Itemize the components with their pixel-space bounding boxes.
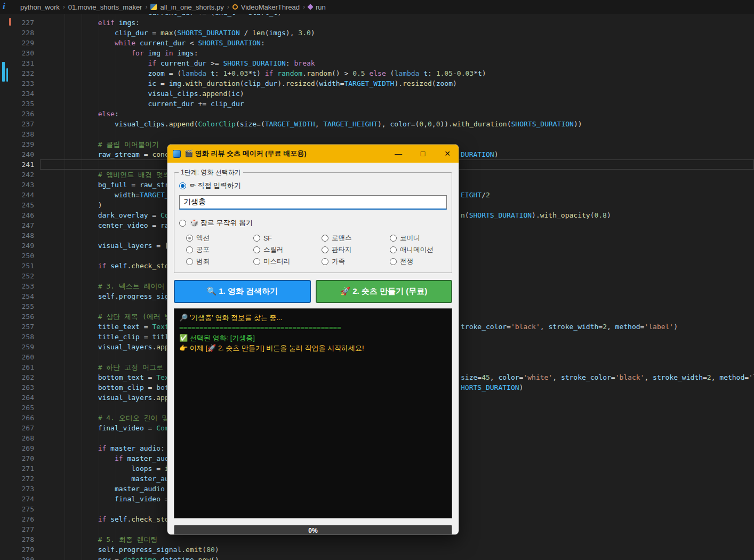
- genre-option-radio[interactable]: 공포: [186, 246, 253, 254]
- line-number[interactable]: 264: [0, 393, 34, 403]
- random-genre-radio[interactable]: 🎲 장르 무작위 뽑기: [179, 218, 447, 228]
- code-line[interactable]: 278 # 5. 최종 렌더링: [0, 534, 754, 545]
- line-number[interactable]: 259: [0, 342, 34, 352]
- line-number[interactable]: 280: [0, 555, 34, 560]
- line-number[interactable]: 276: [0, 514, 34, 524]
- line-number[interactable]: 268: [0, 433, 34, 443]
- line-number[interactable]: 258: [0, 332, 34, 342]
- maximize-button[interactable]: □: [417, 149, 429, 158]
- line-number[interactable]: 261: [0, 362, 34, 372]
- line-number[interactable]: 227: [0, 18, 34, 28]
- line-number[interactable]: 243: [0, 180, 34, 190]
- line-number[interactable]: 271: [0, 463, 34, 474]
- line-number[interactable]: 238: [0, 129, 34, 139]
- breadcrumb-item[interactable]: run: [316, 3, 326, 11]
- line-number[interactable]: 251: [0, 261, 34, 271]
- line-number[interactable]: 260: [0, 352, 34, 362]
- genre-option-radio[interactable]: SF: [253, 234, 322, 242]
- line-number[interactable]: 237: [0, 119, 34, 129]
- code-text: current_dur += clip_dur: [65, 100, 244, 108]
- code-line[interactable]: 279 self.progress_signal.emit(80): [0, 545, 754, 555]
- line-number[interactable]: 244: [0, 190, 34, 200]
- genre-option-radio[interactable]: 미스터리: [253, 258, 322, 266]
- line-number[interactable]: 270: [0, 453, 34, 463]
- make-shorts-button[interactable]: 🚀 2. 숏츠 만들기 (무료): [316, 280, 453, 303]
- line-number[interactable]: 228: [0, 28, 34, 38]
- genre-option-radio[interactable]: 액션: [186, 234, 253, 242]
- genre-option-radio[interactable]: 코미디: [390, 234, 447, 242]
- genre-option-radio[interactable]: 스릴러: [253, 246, 322, 254]
- line-number[interactable]: 235: [0, 99, 34, 109]
- code-line[interactable]: 233 ic = img.with_duration(clip_dur).res…: [0, 78, 754, 89]
- line-number[interactable]: 231: [0, 58, 34, 68]
- log-output[interactable]: 🔎 '기생충' 영화 정보를 찾는 중...==================…: [174, 308, 452, 518]
- line-number[interactable]: 239: [0, 139, 34, 149]
- line-number[interactable]: 278: [0, 534, 34, 545]
- breadcrumb-item[interactable]: VideoMakerThread: [241, 3, 300, 11]
- genre-option-radio[interactable]: 가족: [322, 258, 390, 266]
- code-line[interactable]: 236 else:: [0, 109, 754, 119]
- line-number[interactable]: 230: [0, 48, 34, 58]
- line-number[interactable]: 265: [0, 403, 34, 413]
- line-number[interactable]: 255: [0, 301, 34, 311]
- line-number[interactable]: 250: [0, 251, 34, 261]
- radio-icon: [253, 246, 260, 253]
- breadcrumb-item[interactable]: all_in_one_shorts.py: [160, 3, 223, 11]
- line-number[interactable]: 274: [0, 494, 34, 504]
- code-line[interactable]: 280 now = datetime.datetime.now(): [0, 555, 754, 560]
- line-number[interactable]: 229: [0, 38, 34, 48]
- breadcrumb-separator: ›: [227, 3, 229, 11]
- line-number[interactable]: 267: [0, 423, 34, 433]
- line-number[interactable]: 236: [0, 109, 34, 119]
- line-number[interactable]: 234: [0, 89, 34, 99]
- line-number[interactable]: 248: [0, 230, 34, 241]
- line-number[interactable]: 263: [0, 382, 34, 393]
- code-line[interactable]: 227 elif imgs:: [0, 18, 754, 28]
- line-number[interactable]: 240: [0, 149, 34, 159]
- code-line[interactable]: 232 zoom = (lambda t: 1+0.03*t) if rando…: [0, 68, 754, 78]
- line-number[interactable]: 256: [0, 311, 34, 322]
- line-number[interactable]: 232: [0, 68, 34, 78]
- line-number[interactable]: 266: [0, 413, 34, 423]
- movie-title-input[interactable]: [179, 195, 447, 210]
- line-number[interactable]: 272: [0, 474, 34, 484]
- code-line[interactable]: 229 while current_dur < SHORTS_DURATION:: [0, 38, 754, 48]
- line-number[interactable]: 246: [0, 210, 34, 220]
- line-number[interactable]: 247: [0, 220, 34, 230]
- line-number[interactable]: 253: [0, 281, 34, 291]
- line-number[interactable]: 279: [0, 545, 34, 555]
- code-line[interactable]: 237 visual_clips.append(ColorClip(size=(…: [0, 119, 754, 129]
- line-number[interactable]: 249: [0, 241, 34, 251]
- close-button[interactable]: ✕: [442, 149, 453, 158]
- line-number[interactable]: 269: [0, 443, 34, 453]
- direct-input-radio[interactable]: ✏ 직접 입력하기: [179, 181, 447, 190]
- minimize-button[interactable]: —: [392, 149, 404, 158]
- genre-label: 전쟁: [400, 257, 413, 266]
- genre-option-radio[interactable]: 로맨스: [322, 234, 390, 242]
- code-line[interactable]: 230 for img in imgs:: [0, 48, 754, 58]
- genre-option-radio[interactable]: 범죄: [186, 258, 253, 266]
- line-number[interactable]: 257: [0, 322, 34, 332]
- breadcrumb-item[interactable]: python_work: [20, 3, 60, 11]
- window-titlebar[interactable]: 🎬 영화 리뷰 숏츠 메이커 (무료 배포용) — □ ✕: [167, 145, 459, 163]
- line-number[interactable]: 241: [0, 159, 34, 170]
- line-number[interactable]: 262: [0, 372, 34, 382]
- code-line[interactable]: 228 clip_dur = max(SHORTS_DURATION / len…: [0, 28, 754, 38]
- genre-option-radio[interactable]: 판타지: [322, 246, 390, 254]
- genre-option-radio[interactable]: 전쟁: [390, 258, 447, 266]
- line-number[interactable]: 273: [0, 484, 34, 494]
- code-line[interactable]: 235 current_dur += clip_dur: [0, 99, 754, 109]
- search-movie-button[interactable]: 🔍 1. 영화 검색하기: [174, 280, 311, 303]
- line-number[interactable]: 233: [0, 78, 34, 89]
- genre-option-radio[interactable]: 애니메이션: [390, 246, 447, 254]
- code-line[interactable]: 234 visual_clips.append(ic): [0, 89, 754, 99]
- code-line[interactable]: 238: [0, 129, 754, 139]
- line-number[interactable]: 242: [0, 170, 34, 180]
- line-number[interactable]: 245: [0, 200, 34, 210]
- line-number[interactable]: 277: [0, 524, 34, 534]
- line-number[interactable]: 254: [0, 291, 34, 301]
- breadcrumb-item[interactable]: 01.movie_shorts_maker: [68, 3, 142, 11]
- line-number[interactable]: 275: [0, 504, 34, 514]
- line-number[interactable]: 252: [0, 271, 34, 281]
- code-line[interactable]: 231 if current_dur >= SHORTS_DURATION: b…: [0, 58, 754, 68]
